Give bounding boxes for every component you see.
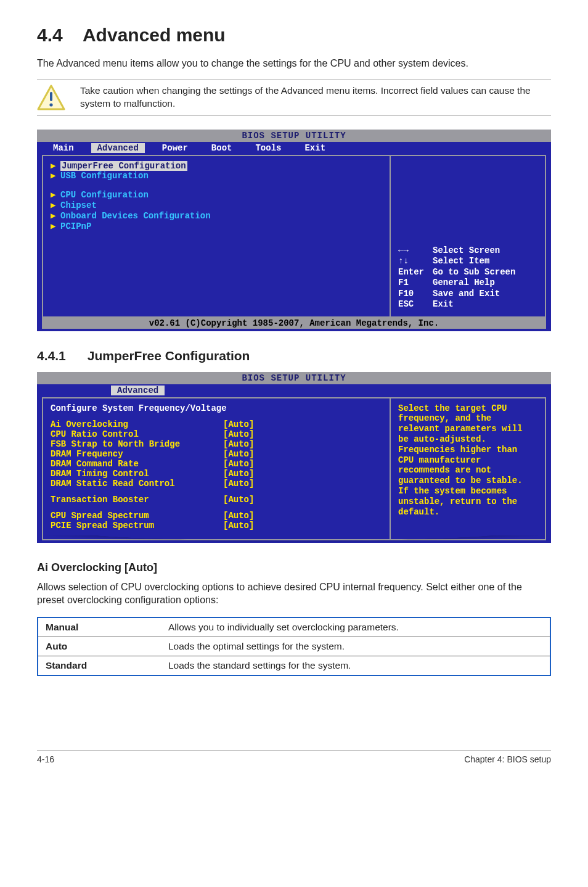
bios-tab-exit[interactable]: Exit xyxy=(298,143,332,153)
option-desc: Loads the optimal settings for the syste… xyxy=(161,637,550,656)
bios-screen-jumperfree: BIOS SETUP UTILITY Advanced Configure Sy… xyxy=(37,372,551,543)
options-table: Manual Allows you to individually set ov… xyxy=(37,617,551,676)
config-label: Ai Overclocking xyxy=(51,419,223,429)
section-title-text: Advanced menu xyxy=(83,25,226,45)
section-number: 4.4 xyxy=(37,25,63,45)
bios-item-label: JumperFree Configuration xyxy=(60,161,187,171)
bios-item[interactable]: ▶JumperFree Configuration xyxy=(51,161,381,171)
help-key: F10 xyxy=(398,289,433,300)
help-key: ↑↓ xyxy=(398,256,433,267)
help-desc: General Help xyxy=(433,278,495,289)
help-desc: Exit xyxy=(433,299,454,310)
bios-title: BIOS SETUP UTILITY xyxy=(37,130,551,142)
option-description: Allows selection of CPU overclocking opt… xyxy=(37,580,551,607)
submenu-arrow-icon: ▶ xyxy=(51,211,60,221)
help-desc: Save and Exit xyxy=(433,289,500,300)
bios-item-label: CPU Configuration xyxy=(60,190,149,200)
submenu-arrow-icon: ▶ xyxy=(51,161,60,171)
bios-config-row[interactable]: PCIE Spread Spectrum[Auto] xyxy=(51,521,381,530)
bios-config-row[interactable]: Transaction Booster[Auto] xyxy=(51,495,381,505)
config-value: [Auto] xyxy=(223,429,254,439)
bios-config-row[interactable]: DRAM Static Read Control[Auto] xyxy=(51,479,381,489)
config-value: [Auto] xyxy=(223,459,254,469)
help-key: Enter xyxy=(398,267,433,278)
bios-tab-main[interactable]: Main xyxy=(47,143,80,153)
help-key: ←→ xyxy=(398,245,433,257)
option-key: Manual xyxy=(38,617,161,637)
config-value: [Auto] xyxy=(223,521,254,530)
config-label: CPU Spread Spectrum xyxy=(51,511,223,521)
submenu-arrow-icon: ▶ xyxy=(51,190,60,200)
bios-title: BIOS SETUP UTILITY xyxy=(37,372,551,384)
config-label: DRAM Timing Control xyxy=(51,469,223,479)
config-value: [Auto] xyxy=(223,469,254,479)
bios-config-row[interactable]: CPU Spread Spectrum[Auto] xyxy=(51,511,381,521)
bios-item-label: PCIPnP xyxy=(60,221,91,232)
config-label: CPU Ratio Control xyxy=(51,429,223,439)
config-label: DRAM Frequency xyxy=(51,449,223,459)
bios-tab-advanced[interactable]: Advanced xyxy=(111,386,165,395)
bios-config-header: Configure System Frequency/Voltage xyxy=(51,403,381,413)
bios-config-row[interactable]: DRAM Timing Control[Auto] xyxy=(51,469,381,479)
svg-point-2 xyxy=(49,103,52,106)
bios-item[interactable]: ▶CPU Configuration xyxy=(51,190,381,200)
bios-tab-tools[interactable]: Tools xyxy=(249,143,287,153)
option-key: Standard xyxy=(38,656,161,675)
option-desc: Loads the standard settings for the syst… xyxy=(161,656,550,675)
bios-left-pane: ▶JumperFree Configuration ▶USB Configura… xyxy=(43,156,391,316)
submenu-arrow-icon: ▶ xyxy=(51,221,60,232)
bios-config-row[interactable]: Ai Overclocking[Auto] xyxy=(51,419,381,429)
svg-rect-1 xyxy=(50,92,52,101)
bios-config-row[interactable]: FSB Strap to North Bridge[Auto] xyxy=(51,439,381,449)
table-row: Standard Loads the standard settings for… xyxy=(38,656,550,675)
bios-config-row[interactable]: DRAM Frequency[Auto] xyxy=(51,449,381,459)
help-key: F1 xyxy=(398,278,433,289)
config-label: DRAM Static Read Control xyxy=(51,479,223,489)
subsection-title: JumperFree Configuration xyxy=(88,349,250,363)
config-label: FSB Strap to North Bridge xyxy=(51,439,223,449)
caution-text: Take caution when changing the settings … xyxy=(80,85,551,110)
bios-help-keys: ←→Select Screen ↑↓Select Item EnterGo to… xyxy=(398,245,537,310)
bios-tab-power[interactable]: Power xyxy=(156,143,194,153)
bios-item-label: Chipset xyxy=(60,200,97,211)
submenu-arrow-icon: ▶ xyxy=(51,200,60,211)
bios-item[interactable]: ▶USB Configuration xyxy=(51,171,381,181)
bios-footer: v02.61 (C)Copyright 1985-2007, American … xyxy=(42,318,546,329)
bios-right-pane: Select the target CPU frequency, and the… xyxy=(391,398,545,539)
bios-tab-advanced[interactable]: Advanced xyxy=(91,143,145,153)
help-desc: Select Screen xyxy=(433,245,500,257)
page-number: 4-16 xyxy=(37,754,54,764)
config-value: [Auto] xyxy=(223,449,254,459)
help-desc: Select Item xyxy=(433,256,489,267)
option-heading: Ai Overclocking [Auto] xyxy=(37,561,551,574)
help-key: ESC xyxy=(398,299,433,310)
config-value: [Auto] xyxy=(223,439,254,449)
chapter-label: Chapter 4: BIOS setup xyxy=(464,754,551,764)
bios-tab-boot[interactable]: Boot xyxy=(205,143,239,153)
bios-item[interactable]: ▶Onboard Devices Configuration xyxy=(51,211,381,221)
section-intro: The Advanced menu items allow you to cha… xyxy=(37,57,551,70)
bios-menubar: Advanced xyxy=(37,384,551,397)
bios-item[interactable]: ▶Chipset xyxy=(51,200,381,211)
bios-config-row[interactable]: CPU Ratio Control[Auto] xyxy=(51,429,381,439)
bios-item-label: Onboard Devices Configuration xyxy=(60,211,211,221)
caution-note: Take caution when changing the settings … xyxy=(37,79,551,116)
caution-icon xyxy=(37,85,65,110)
bios-screen-advanced: BIOS SETUP UTILITY Main Advanced Power B… xyxy=(37,130,551,331)
config-label: Transaction Booster xyxy=(51,495,223,505)
help-desc: Go to Sub Screen xyxy=(433,267,515,278)
bios-help-text: Select the target CPU frequency, and the… xyxy=(398,403,537,518)
config-value: [Auto] xyxy=(223,419,254,429)
bios-left-pane: Configure System Frequency/Voltage Ai Ov… xyxy=(43,398,391,539)
config-value: [Auto] xyxy=(223,495,254,505)
table-row: Auto Loads the optimal settings for the … xyxy=(38,637,550,656)
config-value: [Auto] xyxy=(223,511,254,521)
bios-config-row[interactable]: DRAM Command Rate[Auto] xyxy=(51,459,381,469)
table-row: Manual Allows you to individually set ov… xyxy=(38,617,550,637)
bios-item-label: USB Configuration xyxy=(60,171,149,181)
bios-right-pane: ←→Select Screen ↑↓Select Item EnterGo to… xyxy=(391,156,545,316)
config-label: PCIE Spread Spectrum xyxy=(51,521,223,530)
subsection-number: 4.4.1 xyxy=(37,349,66,363)
submenu-arrow-icon: ▶ xyxy=(51,171,60,181)
bios-item[interactable]: ▶PCIPnP xyxy=(51,221,381,232)
